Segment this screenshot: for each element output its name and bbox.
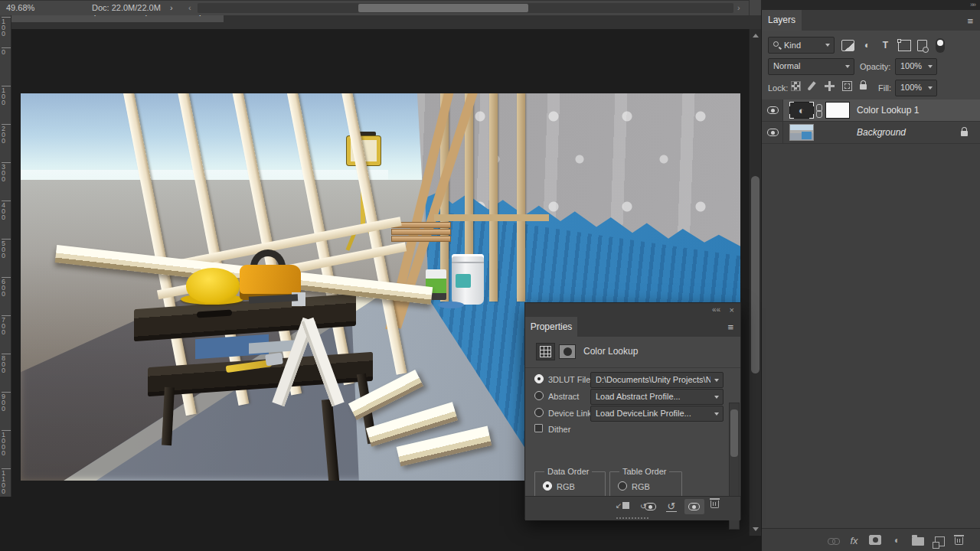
data-order-legend: Data Order (544, 467, 592, 476)
scroll-up-icon[interactable] (753, 34, 759, 37)
scroll-right-icon[interactable]: › (737, 1, 740, 15)
divider (525, 367, 740, 368)
view-previous-state-icon[interactable]: ↺ (640, 500, 658, 513)
filter-adjustment-layers-icon[interactable]: ◐ (861, 40, 874, 51)
tab-properties[interactable]: Properties (525, 317, 577, 337)
lock-all-icon[interactable] (860, 84, 867, 90)
layers-panel: Layers ≡ Kind ◐ T Normal Opacity: 100% L… (761, 10, 980, 551)
layer-style-icon[interactable]: fx (848, 535, 861, 546)
ruler-tick-label: 0 (2, 47, 11, 55)
collapse-panel-icon[interactable]: «« (712, 303, 720, 317)
grid-icon (540, 346, 551, 357)
layer-name[interactable]: Color Lookup 1 (857, 99, 919, 122)
panel-menu-icon[interactable]: ≡ (727, 321, 733, 333)
opacity-label: Opacity: (860, 62, 890, 71)
eye-icon[interactable] (767, 129, 779, 136)
fill-dropdown[interactable]: 100% (895, 80, 937, 96)
filter-shape-layers-icon[interactable] (898, 40, 911, 51)
adjustment-thumbnail[interactable]: ◐ (789, 102, 814, 119)
table-order-rgb-label: RGB (632, 482, 650, 491)
devicelink-dropdown[interactable]: Load DeviceLink Profile... (590, 406, 724, 422)
filter-type-layers-icon[interactable]: T (879, 40, 892, 51)
lock-pixels-icon[interactable] (807, 81, 815, 91)
data-order-rgb-radio[interactable] (543, 481, 552, 491)
lock-icon (961, 131, 968, 136)
devicelink-row: Device Link Load DeviceLink Profile... (525, 406, 740, 422)
collapse-panels-icon[interactable]: »» (970, 0, 975, 10)
filter-pixel-layers-icon[interactable] (841, 40, 854, 51)
close-panel-icon[interactable]: × (730, 303, 734, 317)
scene-hammer-head (265, 353, 283, 367)
layer-row-background[interactable]: Background (762, 122, 980, 144)
lock-label: Lock: (768, 83, 788, 93)
new-layer-icon[interactable] (935, 536, 945, 546)
chevron-down-icon (928, 86, 933, 90)
lock-artboard-icon[interactable] (842, 81, 852, 91)
ruler-tick-label: 3 0 0 (2, 162, 11, 182)
properties-scroll-thumb[interactable] (730, 409, 738, 457)
panel-resize-grip[interactable] (525, 516, 740, 520)
dither-checkbox[interactable] (534, 424, 543, 432)
ruler-tick-label: 8 0 0 (2, 354, 11, 373)
canvas-vertical-scrollbar[interactable] (749, 29, 761, 536)
half-circle-icon: ◐ (790, 104, 813, 118)
opacity-dropdown[interactable]: 100% (895, 58, 937, 75)
panel-menu-icon[interactable]: ≡ (967, 15, 972, 27)
table-order-legend: Table Order (619, 467, 669, 476)
layer-name[interactable]: Background (857, 122, 906, 144)
filter-kind-dropdown[interactable]: Kind (768, 37, 835, 54)
layer-list: ◐ Color Lookup 1 Background (762, 99, 980, 528)
layers-footer: fx ◐ (762, 528, 980, 551)
tab-layers[interactable]: Layers (762, 10, 802, 31)
data-order-rgb-label: RGB (557, 482, 575, 491)
ruler-tick-label: 1 1 0 0 (2, 468, 11, 494)
lut-file-label: 3DLUT File (548, 375, 590, 384)
table-order-rgb-radio[interactable] (618, 481, 627, 491)
ruler-tick-label: 1 0 0 0 (2, 430, 11, 456)
vertical-scroll-thumb[interactable] (751, 176, 760, 373)
ruler-tick-label: 7 0 0 (2, 315, 11, 335)
lock-position-icon[interactable] (825, 81, 835, 91)
new-group-icon[interactable] (912, 537, 924, 546)
delete-layer-icon[interactable] (955, 537, 963, 545)
lut-file-radio[interactable] (534, 374, 544, 383)
eye-icon[interactable] (767, 106, 779, 114)
zoom-level-field[interactable]: 49.68% (6, 1, 34, 15)
link-layers-icon[interactable] (828, 538, 840, 544)
search-icon (773, 41, 779, 47)
lut-grid-button[interactable] (536, 343, 555, 360)
new-adjustment-layer-icon[interactable]: ◐ (890, 535, 903, 546)
panel-dock-strip: »» (761, 0, 980, 10)
lock-transparency-icon[interactable] (791, 81, 801, 91)
layer-row-color-lookup[interactable]: ◐ Color Lookup 1 (762, 99, 980, 122)
status-flyout-icon[interactable]: › (170, 1, 173, 15)
fill-label: Fill: (878, 83, 891, 93)
filter-toggle-icon[interactable] (936, 38, 945, 53)
clip-to-layer-icon[interactable]: ↙ (616, 500, 629, 512)
canvas-horizontal-scrollbar[interactable] (198, 3, 733, 13)
properties-body: Color Lookup 3DLUT File D:\Documents\Uni… (525, 337, 740, 496)
abstract-radio[interactable] (534, 391, 544, 400)
horizontal-scroll-thumb[interactable] (358, 4, 528, 12)
filter-smart-objects-icon[interactable] (917, 40, 927, 51)
mask-link-icon[interactable] (816, 104, 822, 117)
blend-mode-dropdown[interactable]: Normal (768, 58, 854, 75)
devicelink-radio[interactable] (534, 408, 544, 417)
ruler-tick-label: 6 0 0 (2, 277, 11, 297)
ruler-tick-label: 5 0 0 (2, 239, 11, 259)
toggle-visibility-button[interactable] (684, 499, 704, 514)
lut-file-dropdown[interactable]: D:\Documents\Unity Projects\N... (590, 372, 724, 388)
delete-adjustment-icon[interactable] (710, 500, 719, 508)
properties-footer: ↙ ↺ ↺ (525, 496, 740, 516)
mask-properties-button[interactable] (559, 344, 576, 359)
adjustment-title: Color Lookup (583, 346, 638, 357)
abstract-dropdown[interactable]: Load Abstract Profile... (590, 389, 724, 405)
add-mask-icon[interactable] (869, 535, 881, 545)
layer-thumbnail[interactable] (789, 124, 814, 141)
lut-file-row: 3DLUT File D:\Documents\Unity Projects\N… (525, 372, 740, 389)
ruler-tick-label: 1 0 0 (2, 86, 11, 106)
layer-mask-thumbnail[interactable] (825, 102, 850, 119)
scroll-left-icon[interactable]: ‹ (188, 1, 191, 15)
reset-adjustment-icon[interactable]: ↺ (666, 500, 677, 512)
scroll-down-icon[interactable] (753, 527, 759, 531)
